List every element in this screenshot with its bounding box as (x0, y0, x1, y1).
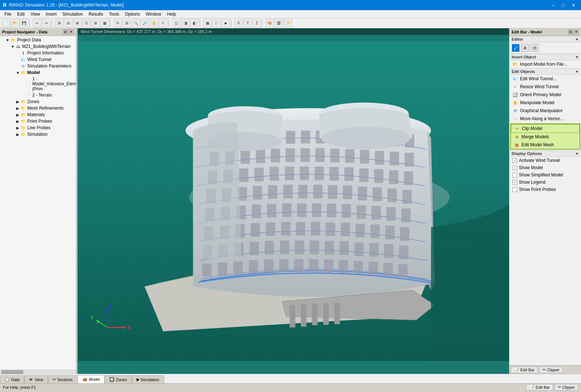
simplified-checkbox[interactable] (512, 173, 517, 177)
tree-item-m21[interactable]: ▼ 🗂 M21_BuildingWithTerrain (0, 43, 76, 50)
wind-tunnel-checkbox[interactable] (512, 158, 517, 163)
toggle[interactable]: ▶ (15, 125, 20, 130)
toggle[interactable]: ▼ (5, 37, 10, 42)
manipulate-model-item[interactable]: ✋ Manipulate Model (509, 99, 581, 107)
tb-zoom-in[interactable]: 🔍 (131, 19, 140, 28)
tree-item-line-probes[interactable]: ▶ 📁 Line Probes (0, 124, 76, 131)
graphical-manipulator-item[interactable]: ⟳ Graphical Manipulator (509, 107, 581, 115)
tb-open[interactable]: 📂 (11, 19, 19, 28)
tb-view1[interactable]: ◫ (172, 19, 180, 28)
nav-close-btn[interactable]: ✕ (69, 29, 74, 34)
tree-item-mesh[interactable]: ▶ 📁 Mesh Refinements (0, 105, 76, 111)
menu-simulation[interactable]: Simulation (60, 10, 86, 18)
editor-btn-2[interactable]: A (521, 44, 529, 52)
show-legend-check[interactable]: Show Legend (509, 179, 581, 186)
right-close-btn[interactable]: ✕ (574, 29, 579, 34)
toggle[interactable]: ▼ (15, 70, 20, 75)
menu-tools[interactable]: Tools (106, 10, 122, 18)
tree-item-project-info[interactable]: ℹ Project Information (0, 50, 76, 56)
toggle[interactable]: ▶ (15, 106, 20, 111)
tab-view[interactable]: 👁 View (24, 375, 48, 383)
tb-x-axis[interactable]: X (234, 19, 243, 28)
tb-y-axis[interactable]: Y (243, 19, 252, 28)
tree-item-model[interactable]: ▼ 📁 Model (0, 69, 76, 76)
tb-z-axis[interactable]: Z (252, 19, 261, 28)
edit-model-mesh-item[interactable]: ▦ Edit Model Mesh (511, 141, 580, 149)
clipper-button[interactable]: ✂ Clipper (539, 367, 563, 373)
tb-rotate[interactable]: ↻ (113, 19, 122, 28)
status-clipper-btn[interactable]: ✂ Clipper (554, 384, 578, 391)
tree-item-simulation[interactable]: ▶ 📁 Simulation (0, 131, 76, 138)
tb-btn5[interactable]: ⊠ (73, 19, 82, 28)
tree-item-wind-tunnel[interactable]: 💨 Wind Tunnel (0, 56, 76, 63)
right-float-btn[interactable]: ⊡ (568, 29, 573, 34)
editor-btn-3[interactable]: ⊡ (531, 44, 539, 52)
tb-view3[interactable]: ◧ (190, 19, 199, 28)
status-edit-bar-btn[interactable]: 📝 Edit Bar (526, 384, 553, 391)
tb-zoom-out[interactable]: 🔎 (141, 19, 149, 28)
tb-pan[interactable]: ✋ (150, 19, 158, 28)
show-simplified-check[interactable]: Show Simplified Model (509, 171, 581, 179)
tb-new[interactable]: 📄 (1, 19, 10, 28)
toggle[interactable]: ▼ (10, 44, 15, 49)
tb-btn3[interactable]: ⊞ (55, 19, 64, 28)
tb-mesh[interactable]: ▦ (203, 19, 212, 28)
tree-item-sim-params[interactable]: ⚙ Simulation Parameters (0, 63, 76, 69)
tb-save[interactable]: 💾 (20, 19, 28, 28)
edit-wind-tunnel-item[interactable]: 💨 Edit Wind Tunnel... (509, 75, 581, 83)
tab-data[interactable]: 📋 Data (0, 375, 24, 383)
display-collapse[interactable]: ▼ (575, 152, 579, 156)
editor-collapse[interactable]: ▼ (575, 37, 579, 41)
close-button[interactable]: ✕ (569, 1, 578, 9)
tree-item-terrain[interactable]: 📄 2 - Terrain (0, 92, 76, 98)
point-probes-checkbox[interactable] (512, 187, 517, 192)
insert-collapse[interactable]: ▼ (575, 55, 579, 59)
menu-help[interactable]: Help (164, 10, 179, 18)
editor-btn-1[interactable]: 🖊 (512, 44, 520, 52)
tb-btn4[interactable]: ⊟ (64, 19, 73, 28)
minimize-button[interactable]: ─ (548, 1, 558, 9)
tb-view2[interactable]: ◨ (181, 19, 190, 28)
orient-primary-item[interactable]: 🔄 Orient Primary Model (509, 91, 581, 99)
tb-undo[interactable]: ↩ (33, 19, 41, 28)
tree-item-point-probes[interactable]: ▶ 📁 Point Probes (0, 118, 76, 124)
resize-wind-tunnel-item[interactable]: ↔ Resize Wind Tunnel (509, 83, 581, 91)
show-point-probes-check[interactable]: Show Point Probes (509, 186, 581, 193)
tb-select[interactable]: ↖ (159, 19, 167, 28)
menu-options[interactable]: Options (122, 10, 143, 18)
clip-model-item[interactable]: ✂ Clip Model (511, 124, 580, 133)
tb-wire[interactable]: □ (212, 19, 221, 28)
viewport[interactable]: Wind Tunnel Dimensions: Dx = 437.277 m, … (78, 28, 509, 374)
tree-item-zones[interactable]: ▶ 📁 Zones (0, 98, 76, 105)
tab-model[interactable]: 📦 Model (78, 375, 105, 383)
menu-view[interactable]: View (28, 10, 43, 18)
edit-collapse[interactable]: ▼ (575, 70, 579, 74)
menu-file[interactable]: File (1, 10, 14, 18)
activate-wind-tunnel-check[interactable]: Activate Wind Tunnel (509, 157, 581, 164)
tree-item-materials[interactable]: ▶ 📁 Materials (0, 111, 76, 118)
tb-btn8[interactable]: ▦ (100, 19, 109, 28)
menu-results[interactable]: Results (86, 10, 106, 18)
maximize-button[interactable]: □ (558, 1, 568, 9)
tb-btn6[interactable]: ⊡ (82, 19, 91, 28)
edit-bar-button[interactable]: 📝 Edit Bar (511, 367, 538, 373)
menu-window[interactable]: Window (143, 10, 164, 18)
toggle[interactable]: ▶ (15, 132, 20, 137)
tab-simulation[interactable]: ▶ Simulation (132, 375, 164, 383)
tb-render2[interactable]: 🖼 (275, 19, 283, 28)
tb-render3[interactable]: ⚡ (284, 19, 292, 28)
tab-sections[interactable]: ✂ Sections (48, 375, 77, 383)
nav-float-btn[interactable]: ⊡ (63, 29, 68, 34)
tb-fit[interactable]: ⊞ (122, 19, 131, 28)
toggle[interactable]: ▶ (15, 119, 20, 124)
tb-render1[interactable]: 🎨 (265, 19, 274, 28)
menu-edit[interactable]: Edit (14, 10, 28, 18)
legend-checkbox[interactable] (512, 180, 517, 185)
tb-btn7[interactable]: ⊞ (91, 19, 100, 28)
toggle[interactable]: ▶ (15, 112, 20, 117)
move-along-vector-item[interactable]: → Move Along a Vector... (509, 115, 581, 123)
tb-redo[interactable]: ↪ (42, 19, 50, 28)
show-model-checkbox[interactable] (512, 166, 517, 170)
toggle[interactable]: ▶ (15, 99, 20, 104)
left-hscroll[interactable] (0, 369, 76, 374)
